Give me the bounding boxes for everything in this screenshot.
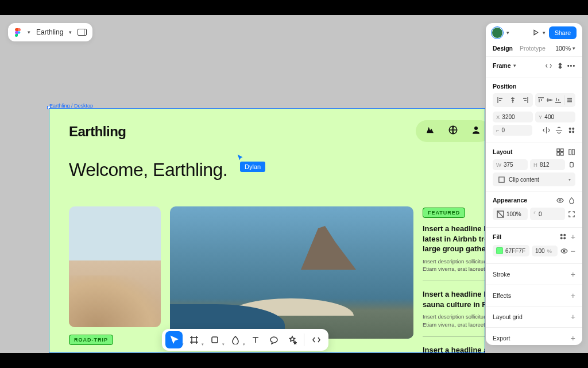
zoom-control[interactable]: 100%▾ [555, 45, 575, 52]
radius-expand-icon[interactable] [567, 210, 575, 218]
y-field[interactable]: Y400 [535, 112, 575, 122]
tidy-icon[interactable] [567, 126, 575, 135]
lock-aspect-icon[interactable] [567, 161, 575, 169]
svg-rect-14 [498, 177, 504, 182]
svg-rect-10 [556, 152, 559, 155]
panels-toggle-icon[interactable] [78, 29, 87, 36]
comment-tool[interactable] [265, 331, 283, 348]
frame-section: Frame ▾ ••• [486, 57, 582, 78]
visibility-icon[interactable] [556, 196, 564, 204]
tab-design[interactable]: Design [493, 45, 513, 52]
blend-icon[interactable] [567, 196, 575, 204]
brand-logo-text: Earthling [69, 124, 126, 140]
svg-point-6 [569, 131, 571, 133]
flip-horizontal-icon[interactable] [542, 126, 550, 135]
align-more[interactable] [566, 94, 574, 106]
user-icon [471, 125, 481, 137]
add-stroke-button[interactable]: + [571, 270, 575, 279]
frame-type-dropdown[interactable]: Frame [493, 62, 511, 69]
present-button[interactable] [532, 29, 539, 37]
user-avatar[interactable] [492, 27, 503, 39]
article-headline: Insert a headline about [423, 345, 485, 353]
align-right[interactable] [519, 94, 532, 106]
autolayout-add-icon[interactable] [567, 148, 575, 156]
stroke-section[interactable]: Stroke+ [486, 264, 582, 285]
move-tool[interactable] [165, 331, 183, 348]
chevron-down-icon[interactable]: ▾ [543, 30, 546, 36]
height-field[interactable]: H812 [530, 159, 565, 170]
code-icon[interactable] [544, 62, 552, 70]
layout-grid-section[interactable]: Layout grid+ [486, 306, 582, 328]
svg-rect-13 [572, 149, 574, 154]
effects-section[interactable]: Effects+ [486, 285, 582, 306]
section-title: Layout [493, 148, 512, 155]
image-card-desert [69, 206, 161, 327]
svg-point-7 [572, 131, 574, 133]
fill-opacity-field[interactable]: 100% [532, 246, 558, 256]
rotation-field[interactable]: ⌐0 [493, 125, 532, 136]
hero-heading: Welcome, Earthling. [69, 159, 227, 181]
article-headline: Insert a headline here about the latest … [423, 224, 485, 254]
pen-tool[interactable] [227, 331, 244, 348]
design-frame[interactable]: Earthling Welcome, Earthling. Dylan ROAD… [49, 108, 485, 353]
width-field[interactable]: W375 [493, 159, 528, 170]
add-grid-button[interactable]: + [571, 312, 575, 321]
route-icon [425, 125, 435, 137]
svg-point-5 [572, 128, 574, 129]
fill-color-field[interactable]: 67FF7F [493, 245, 529, 256]
remove-fill-button[interactable]: − [570, 246, 575, 256]
svg-point-21 [563, 250, 565, 252]
text-tool[interactable] [247, 331, 265, 348]
align-left[interactable] [494, 94, 506, 106]
section-title: Fill [493, 233, 501, 240]
svg-point-17 [561, 234, 563, 236]
tab-prototype[interactable]: Prototype [520, 45, 546, 52]
svg-point-2 [474, 126, 478, 130]
align-hcenter[interactable] [506, 94, 519, 106]
opacity-field[interactable]: 100% [493, 208, 528, 220]
flip-vertical-icon[interactable] [555, 126, 563, 135]
align-vcenter[interactable] [545, 94, 554, 106]
svg-rect-11 [560, 152, 563, 155]
figma-logo-icon [14, 28, 22, 37]
globe-icon [448, 125, 458, 137]
clip-content-dropdown[interactable]: Clip content▾ [493, 172, 575, 186]
add-fill-button[interactable]: + [571, 232, 575, 241]
chevron-down-icon[interactable]: ▾ [69, 29, 72, 35]
actions-tool[interactable] [284, 331, 301, 348]
svg-rect-9 [560, 148, 563, 151]
chevron-down-icon[interactable]: ▾ [506, 30, 509, 36]
layout-section: Layout W375 H812 Clip content▾ [486, 143, 582, 191]
visibility-icon[interactable] [560, 247, 568, 255]
export-section[interactable]: Export+ [486, 328, 582, 345]
add-export-button[interactable]: + [571, 334, 575, 343]
x-field[interactable]: X3200 [493, 112, 533, 122]
component-icon[interactable] [556, 62, 564, 70]
add-effect-button[interactable]: + [571, 291, 575, 300]
section-title: Appearance [493, 197, 527, 204]
divider [423, 336, 485, 337]
share-button[interactable]: Share [549, 26, 577, 39]
more-icon[interactable]: ••• [567, 62, 575, 70]
dev-mode-toggle[interactable] [308, 331, 325, 348]
radius-field[interactable]: ⌜0 [530, 208, 565, 220]
align-top[interactable] [536, 94, 545, 106]
svg-point-18 [564, 234, 566, 236]
chevron-down-icon[interactable]: ▾ [513, 63, 516, 68]
opacity-icon [496, 210, 504, 218]
project-name[interactable]: Earthling [36, 28, 63, 36]
section-title: Position [493, 83, 575, 90]
article-desc: Insert description sollicitudin eros tem… [423, 258, 485, 273]
styles-icon[interactable] [559, 232, 567, 240]
svg-point-0 [18, 31, 21, 34]
svg-point-15 [559, 200, 561, 201]
article-column: FEATURED Insert a headline here about th… [423, 206, 485, 353]
chevron-down-icon[interactable]: ▾ [28, 29, 30, 35]
appearance-section: Appearance 100% ⌜0 [486, 191, 582, 228]
shape-tool[interactable] [206, 331, 223, 348]
clip-icon [497, 175, 505, 183]
align-bottom[interactable] [554, 94, 563, 106]
frame-tool[interactable] [186, 331, 203, 348]
file-menu-pill[interactable]: ▾ Earthling ▾ [8, 23, 92, 41]
autolayout-suggest-icon[interactable] [556, 148, 564, 156]
